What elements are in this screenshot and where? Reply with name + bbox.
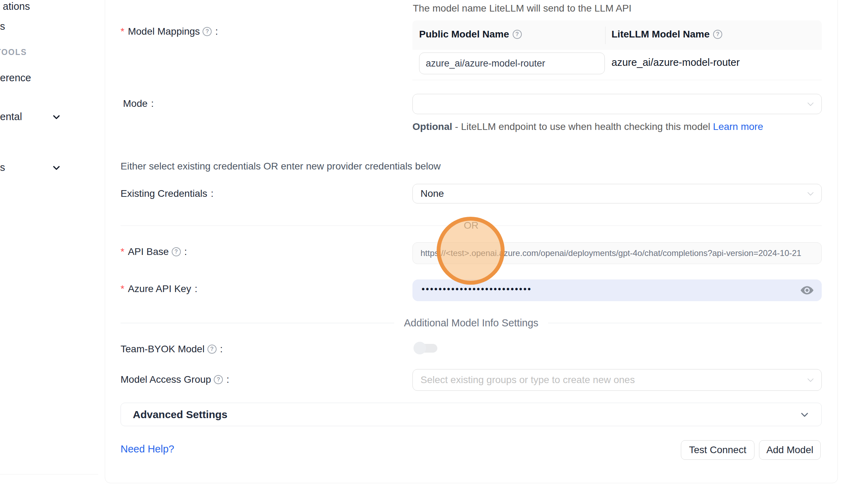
- label-colon: :: [151, 98, 154, 109]
- help-icon[interactable]: ?: [214, 375, 223, 384]
- existing-credentials-value: None: [421, 188, 444, 199]
- divider-line: [121, 323, 394, 323]
- column-header-public-model-name: Public Model Name ?: [419, 29, 522, 40]
- label-colon: :: [194, 283, 197, 295]
- divider-line: [488, 226, 822, 226]
- advanced-settings-panel[interactable]: Advanced Settings: [121, 403, 822, 426]
- api-base-label: * API Base ? :: [121, 246, 187, 257]
- eye-icon[interactable]: [800, 283, 814, 297]
- sidebar-item-api-reference[interactable]: erence: [0, 72, 31, 84]
- sidebar-divider: [0, 474, 98, 474]
- help-icon[interactable]: ?: [203, 27, 212, 36]
- api-base-label-text: API Base: [128, 246, 169, 257]
- mode-optional-note: Optional - LiteLLM endpoint to use when …: [412, 120, 766, 134]
- team-byok-label-text: Team-BYOK Model: [121, 344, 205, 355]
- column-header-text: LiteLLM Model Name: [611, 29, 710, 40]
- add-model-button[interactable]: Add Model: [759, 440, 821, 460]
- divider-line: [121, 226, 455, 226]
- or-divider-text: OR: [464, 220, 479, 231]
- mode-label-text: Mode: [123, 98, 148, 109]
- team-byok-label: Team-BYOK Model ? :: [121, 344, 223, 355]
- chevron-down-icon[interactable]: [52, 163, 61, 172]
- learn-more-link[interactable]: Learn more: [713, 121, 763, 132]
- divider-line: [548, 323, 822, 323]
- help-icon[interactable]: ?: [172, 247, 181, 256]
- azure-api-key-input[interactable]: ••••••••••••••••••••••••••: [412, 279, 822, 301]
- additional-settings-divider-text: Additional Model Info Settings: [404, 317, 539, 329]
- table-row-divider: [412, 80, 822, 80]
- sidebar-item-models[interactable]: s: [0, 21, 5, 32]
- model-access-group-label-text: Model Access Group: [121, 374, 211, 385]
- chevron-down-icon: [806, 189, 815, 198]
- model-mappings-label-text: Model Mappings: [128, 26, 200, 37]
- mode-label: Mode :: [123, 98, 154, 109]
- azure-api-key-label-text: Azure API Key: [128, 283, 191, 295]
- need-help-link[interactable]: Need Help?: [121, 443, 174, 455]
- required-asterisk: *: [121, 246, 124, 257]
- required-asterisk: *: [121, 26, 124, 37]
- chevron-down-icon: [806, 375, 815, 384]
- additional-settings-divider: Additional Model Info Settings: [121, 317, 822, 329]
- mode-select[interactable]: [412, 94, 822, 114]
- required-asterisk: *: [121, 283, 124, 295]
- chevron-down-icon[interactable]: [52, 112, 61, 122]
- sidebar-item-experimental[interactable]: ental: [0, 111, 22, 123]
- existing-credentials-select[interactable]: None: [412, 184, 822, 203]
- model-access-group-label: Model Access Group ? :: [121, 374, 229, 385]
- sidebar-item-organizations[interactable]: ations: [3, 1, 30, 12]
- public-model-name-input[interactable]: [419, 53, 605, 74]
- table-column-divider: [605, 27, 606, 44]
- help-icon[interactable]: ?: [207, 345, 217, 354]
- litellm-model-name-value: azure_ai/azure-model-router: [611, 57, 740, 68]
- label-colon: :: [220, 344, 223, 355]
- model-mappings-label: * Model Mappings ? :: [121, 26, 218, 37]
- optional-note-text: - LiteLLM endpoint to use when health ch…: [452, 121, 713, 132]
- model-name-hint: The model name LiteLLM will send to the …: [413, 3, 631, 14]
- help-icon[interactable]: ?: [713, 30, 722, 39]
- or-divider: OR: [121, 220, 822, 231]
- masked-api-key: ••••••••••••••••••••••••••: [422, 284, 532, 295]
- help-icon[interactable]: ?: [513, 30, 522, 39]
- chevron-down-icon: [800, 410, 809, 420]
- optional-bold-text: Optional: [412, 121, 452, 132]
- model-access-group-placeholder: Select existing groups or type to create…: [421, 374, 635, 386]
- toggle-knob: [414, 342, 426, 354]
- sidebar: ations s TOOLS erence ental s: [0, 0, 105, 485]
- api-base-input[interactable]: https://<test>.openai.azure.com/openai/d…: [412, 242, 822, 264]
- credentials-hint: Either select existing credentials OR en…: [121, 161, 441, 172]
- advanced-settings-title: Advanced Settings: [133, 409, 227, 421]
- azure-api-key-label: * Azure API Key :: [121, 283, 197, 295]
- team-byok-toggle[interactable]: [414, 342, 438, 354]
- chevron-down-icon: [806, 99, 815, 109]
- sidebar-section-tools: TOOLS: [0, 48, 27, 57]
- column-header-litellm-model-name: LiteLLM Model Name ?: [611, 29, 722, 40]
- sidebar-item-settings[interactable]: s: [0, 162, 5, 173]
- model-access-group-select[interactable]: Select existing groups or type to create…: [412, 369, 822, 391]
- label-colon: :: [226, 374, 229, 385]
- existing-credentials-label: Existing Credentials :: [121, 188, 213, 199]
- column-header-text: Public Model Name: [419, 29, 509, 40]
- test-connect-button[interactable]: Test Connect: [681, 440, 754, 460]
- add-model-form-screen: ations s TOOLS erence ental s The model …: [0, 0, 868, 485]
- label-colon: :: [215, 26, 218, 37]
- label-colon: :: [184, 246, 187, 257]
- existing-credentials-label-text: Existing Credentials: [121, 188, 207, 199]
- label-colon: :: [211, 188, 213, 199]
